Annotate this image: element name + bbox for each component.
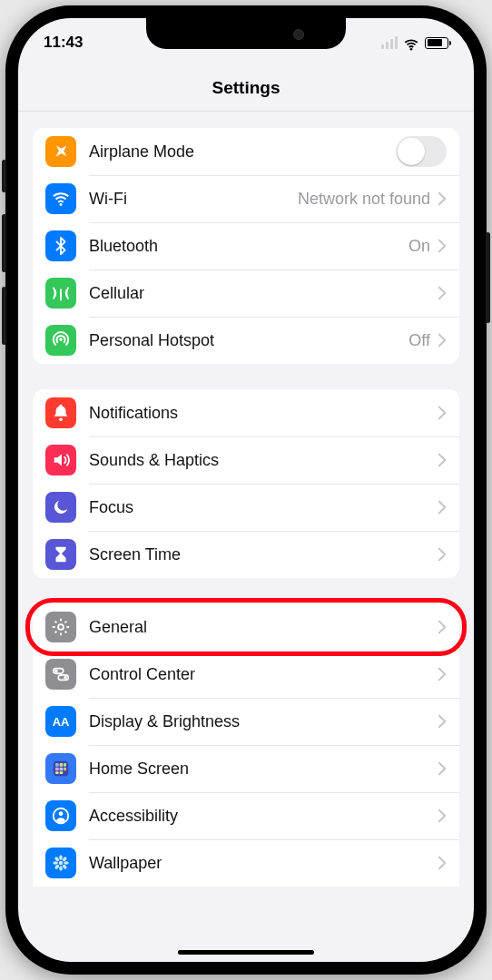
- cellular-icon: [45, 278, 76, 309]
- aa-icon: [45, 706, 76, 737]
- settings-scroll[interactable]: Airplane ModeWi-FiNetwork not foundBluet…: [18, 112, 474, 962]
- settings-group-alerts: NotificationsSounds & HapticsFocusScreen…: [33, 389, 459, 578]
- settings-group-connectivity: Airplane ModeWi-FiNetwork not foundBluet…: [33, 128, 459, 364]
- airplane-icon: [45, 136, 76, 167]
- person-icon: [45, 800, 76, 831]
- settings-row-screentime[interactable]: Screen Time: [33, 531, 459, 578]
- wifi-icon: [45, 183, 76, 214]
- power-button[interactable]: [486, 232, 490, 323]
- chevron-right-icon: [438, 761, 447, 776]
- settings-row-value: Network not found: [298, 190, 430, 209]
- moon-icon: [45, 492, 76, 523]
- chevron-right-icon: [438, 547, 447, 562]
- chevron-right-icon: [438, 239, 447, 253]
- mute-switch[interactable]: [2, 160, 6, 192]
- settings-row-label: Screen Time: [89, 545, 181, 564]
- home-indicator[interactable]: [178, 950, 314, 955]
- settings-row-label: Personal Hotspot: [89, 331, 214, 350]
- volume-down-button[interactable]: [2, 287, 6, 345]
- settings-row-value: Off: [408, 331, 430, 350]
- cellular-signal-icon: [381, 36, 398, 49]
- volume-up-button[interactable]: [2, 214, 6, 272]
- settings-row-label: General: [89, 618, 147, 637]
- settings-row-label: Home Screen: [89, 760, 189, 779]
- hourglass-icon: [45, 539, 76, 570]
- toggle-airplane[interactable]: [396, 136, 447, 167]
- settings-row-hotspot[interactable]: Personal HotspotOff: [33, 317, 459, 364]
- settings-row-label: Cellular: [89, 284, 144, 303]
- status-time: 11:43: [44, 34, 83, 52]
- settings-row-value: On: [408, 237, 430, 256]
- settings-row-wifi[interactable]: Wi-FiNetwork not found: [33, 175, 459, 222]
- grid-icon: [45, 753, 76, 784]
- svg-point-30: [410, 48, 413, 51]
- bell-icon: [45, 397, 76, 428]
- settings-row-cellular[interactable]: Cellular: [33, 270, 459, 317]
- settings-row-focus[interactable]: Focus: [33, 484, 459, 531]
- chevron-right-icon: [438, 856, 447, 870]
- chevron-right-icon: [438, 714, 447, 729]
- bluetooth-icon: [45, 230, 76, 261]
- switches-icon: [45, 659, 76, 690]
- chevron-right-icon: [438, 453, 447, 467]
- flower-icon: [45, 848, 76, 878]
- settings-row-label: Sounds & Haptics: [89, 451, 219, 470]
- settings-row-label: Focus: [89, 498, 133, 517]
- chevron-right-icon: [438, 500, 447, 514]
- speaker-icon: [45, 445, 76, 475]
- chevron-right-icon: [438, 191, 447, 206]
- settings-row-display[interactable]: Display & Brightness: [33, 698, 459, 745]
- chevron-right-icon: [438, 808, 447, 823]
- page-title: Settings: [18, 58, 474, 112]
- settings-row-airplane[interactable]: Airplane Mode: [33, 128, 459, 175]
- battery-icon: [425, 37, 448, 49]
- settings-row-label: Wi-Fi: [89, 190, 127, 209]
- settings-row-label: Accessibility: [89, 807, 178, 826]
- wifi-status-icon: [403, 36, 419, 49]
- settings-row-homescreen[interactable]: Home Screen: [33, 745, 459, 792]
- settings-row-general[interactable]: General: [33, 603, 459, 651]
- settings-row-label: Display & Brightness: [89, 712, 240, 731]
- settings-row-wallpaper[interactable]: Wallpaper: [33, 839, 459, 887]
- chevron-right-icon: [438, 667, 447, 681]
- settings-row-bluetooth[interactable]: BluetoothOn: [33, 222, 459, 270]
- chevron-right-icon: [438, 286, 447, 300]
- settings-row-label: Wallpaper: [89, 854, 162, 873]
- settings-row-sounds[interactable]: Sounds & Haptics: [33, 436, 459, 484]
- settings-row-accessibility[interactable]: Accessibility: [33, 792, 459, 839]
- status-indicators: [381, 36, 448, 49]
- chevron-right-icon: [438, 406, 447, 420]
- notch: [146, 18, 346, 49]
- chevron-right-icon: [438, 620, 447, 634]
- settings-row-label: Bluetooth: [89, 237, 158, 256]
- settings-row-label: Notifications: [89, 404, 178, 423]
- chevron-right-icon: [438, 333, 447, 348]
- gear-icon: [45, 612, 76, 642]
- settings-row-notifications[interactable]: Notifications: [33, 389, 459, 436]
- settings-row-label: Control Center: [89, 665, 195, 684]
- settings-row-label: Airplane Mode: [89, 142, 194, 162]
- phone-frame: 11:43 Settings Airplane ModeWi-FiNetwork…: [5, 5, 487, 975]
- hotspot-icon: [45, 325, 76, 356]
- settings-row-controlcenter[interactable]: Control Center: [33, 651, 459, 698]
- screen: 11:43 Settings Airplane ModeWi-FiNetwork…: [18, 18, 474, 962]
- settings-group-general: GeneralControl CenterDisplay & Brightnes…: [33, 603, 459, 887]
